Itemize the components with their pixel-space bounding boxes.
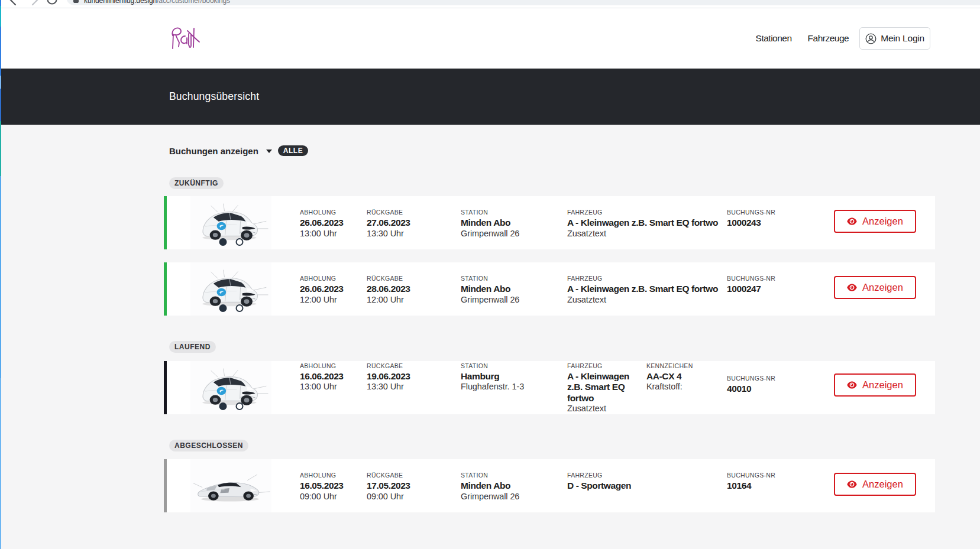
page-title: Buchungsübersicht bbox=[169, 90, 259, 103]
station-label: STATION bbox=[461, 362, 567, 370]
section-status-badge: ABGESCHLOSSEN bbox=[169, 440, 248, 451]
login-button[interactable]: Mein Login bbox=[859, 27, 930, 50]
section-status-badge: ZUKÜNFTIG bbox=[169, 177, 224, 189]
filter-value-badge: ALLE bbox=[278, 145, 308, 157]
vehicle-label: FAHRZEUG bbox=[567, 209, 727, 216]
station-name: Minden Abo bbox=[461, 284, 567, 295]
nav-link-fahrzeuge[interactable]: Fahrzeuge bbox=[808, 33, 849, 44]
return-label: RÜCKGABE bbox=[367, 362, 461, 370]
booking-nr-column: BUCHUNGS-NR 40010 bbox=[727, 375, 834, 395]
return-label: RÜCKGABE bbox=[367, 209, 461, 216]
bookings-filter: Buchungen anzeigen ALLE bbox=[169, 144, 935, 157]
pickup-time: 12:00 Uhr bbox=[300, 295, 367, 306]
booking-section-done: ABGESCHLOSSEN bbox=[164, 440, 935, 513]
station-column: STATION Hamburg Flughafenstr. 1-3 bbox=[461, 362, 567, 392]
return-label: RÜCKGABE bbox=[367, 472, 461, 479]
chevron-down-icon[interactable] bbox=[266, 150, 272, 153]
filter-dropdown-label[interactable]: Buchungen anzeigen bbox=[169, 146, 258, 156]
pickup-column: ABHOLUNG 26.06.2023 12:00 Uhr bbox=[300, 275, 367, 305]
site-header: Stationen Fahrzeuge Mein Login bbox=[0, 8, 980, 69]
pickup-column: ABHOLUNG 26.06.2023 13:00 Uhr bbox=[300, 209, 367, 239]
station-address: Flughafenstr. 1-3 bbox=[461, 382, 567, 392]
view-button-label: Anzeigen bbox=[862, 216, 903, 227]
vehicle-note: Zusatztext bbox=[567, 404, 646, 414]
booking-section-running: LAUFEND bbox=[164, 341, 935, 414]
booking-nr-column: BUCHUNGS-NR 1000247 bbox=[727, 275, 834, 295]
view-booking-button[interactable]: Anzeigen bbox=[834, 210, 916, 233]
view-booking-button[interactable]: Anzeigen bbox=[834, 373, 916, 397]
vehicle-column: FAHRZEUG A - Kleinwagen z.B. Smart EQ fo… bbox=[567, 209, 727, 239]
vehicle-name: A - Kleinwagen z.B. Smart EQ fortwo bbox=[567, 284, 727, 295]
carousel-dots bbox=[219, 304, 243, 312]
nav-link-stationen[interactable]: Stationen bbox=[756, 33, 792, 44]
vehicle-column: FAHRZEUG A - Kleinwagen z.B. Smart EQ fo… bbox=[567, 362, 646, 414]
sports-car-image bbox=[190, 464, 271, 512]
booking-nr-column: BUCHUNGS-NR 1000243 bbox=[727, 209, 834, 229]
booking-nr-value: 1000243 bbox=[727, 217, 834, 229]
login-button-label: Mein Login bbox=[881, 33, 924, 44]
vehicle-note: Zusatztext bbox=[567, 229, 727, 239]
pickup-time: 13:00 Uhr bbox=[300, 382, 367, 392]
pickup-column: ABHOLUNG 16.06.2023 13:00 Uhr bbox=[300, 362, 367, 392]
return-time: 12:00 Uhr bbox=[367, 295, 461, 306]
view-button-label: Anzeigen bbox=[862, 282, 903, 293]
carousel-dot-inactive[interactable] bbox=[235, 402, 243, 410]
return-date: 27.06.2023 bbox=[367, 217, 461, 229]
return-time: 09:00 Uhr bbox=[367, 492, 461, 502]
station-column: STATION Minden Abo Grimpenwall 26 bbox=[461, 472, 567, 502]
carousel-dot-inactive[interactable] bbox=[235, 304, 243, 312]
station-label: STATION bbox=[461, 472, 567, 479]
return-column: RÜCKGABE 27.06.2023 13:30 Uhr bbox=[367, 209, 461, 239]
browser-back-icon[interactable] bbox=[6, 0, 20, 6]
vehicle-name: A - Kleinwagen z.B. Smart EQ fortwo bbox=[567, 371, 646, 404]
pickup-date: 16.05.2023 bbox=[300, 480, 367, 492]
window-edge-stripe bbox=[0, 0, 1, 549]
pickup-label: ABHOLUNG bbox=[300, 472, 367, 479]
pickup-label: ABHOLUNG bbox=[300, 209, 367, 216]
view-booking-button[interactable]: Anzeigen bbox=[834, 473, 916, 496]
booking-nr-label: BUCHUNGS-NR bbox=[727, 472, 834, 479]
return-time: 13:30 Uhr bbox=[367, 382, 461, 392]
eye-icon bbox=[847, 217, 857, 225]
pickup-label: ABHOLUNG bbox=[300, 362, 367, 370]
station-label: STATION bbox=[461, 209, 567, 216]
booking-card: ABHOLUNG 26.06.2023 13:00 Uhr RÜCKGABE 2… bbox=[164, 196, 935, 249]
pickup-label: ABHOLUNG bbox=[300, 275, 367, 282]
fuel-label: Kraftstoff: bbox=[646, 382, 727, 392]
plate-column: KENNZEICHEN AA-CX 4 Kraftstoff: bbox=[646, 362, 727, 392]
station-address: Grimpenwall 26 bbox=[461, 295, 567, 306]
browser-forward-icon[interactable] bbox=[28, 0, 42, 6]
return-label: RÜCKGABE bbox=[367, 275, 461, 282]
pickup-column: ABHOLUNG 16.05.2023 09:00 Uhr bbox=[300, 472, 367, 502]
carousel-dot-active[interactable] bbox=[219, 304, 227, 312]
carousel-dot-inactive[interactable] bbox=[235, 238, 243, 246]
page-url: kundenlinienflug.design/acc/customer/boo… bbox=[84, 0, 230, 5]
main-nav: Stationen Fahrzeuge Mein Login bbox=[756, 8, 930, 69]
eye-icon bbox=[847, 381, 857, 389]
carousel-dot-active[interactable] bbox=[219, 402, 227, 410]
station-column: STATION Minden Abo Grimpenwall 26 bbox=[461, 209, 567, 239]
vehicle-photo bbox=[190, 361, 271, 414]
carousel-dot-active[interactable] bbox=[219, 238, 227, 246]
view-button-label: Anzeigen bbox=[862, 479, 903, 490]
view-booking-button[interactable]: Anzeigen bbox=[834, 276, 916, 299]
vehicle-note: Zusatztext bbox=[567, 295, 727, 306]
pickup-time: 09:00 Uhr bbox=[300, 492, 367, 502]
vehicle-label: FAHRZEUG bbox=[567, 472, 727, 479]
booking-nr-label: BUCHUNGS-NR bbox=[727, 275, 834, 282]
booking-card: ABHOLUNG 16.05.2023 09:00 Uhr RÜCKGABE 1… bbox=[164, 459, 935, 512]
eye-icon bbox=[847, 480, 857, 488]
vehicle-photo bbox=[190, 196, 271, 249]
site-logo[interactable] bbox=[169, 26, 200, 52]
station-name: Minden Abo bbox=[461, 217, 567, 229]
vehicle-label: FAHRZEUG bbox=[567, 362, 646, 370]
booking-card: ABHOLUNG 16.06.2023 13:00 Uhr RÜCKGABE 1… bbox=[164, 361, 935, 414]
browser-address-bar[interactable]: kundenlinienflug.design/acc/customer/boo… bbox=[66, 0, 980, 5]
return-date: 19.06.2023 bbox=[367, 371, 461, 382]
vehicle-label: FAHRZEUG bbox=[567, 275, 727, 282]
vehicle-column: FAHRZEUG D - Sportwagen bbox=[567, 472, 727, 492]
booking-nr-value: 1000247 bbox=[727, 284, 834, 295]
site-info-icon[interactable] bbox=[73, 0, 79, 3]
booking-nr-label: BUCHUNGS-NR bbox=[727, 375, 834, 382]
browser-reload-icon[interactable] bbox=[45, 0, 59, 6]
